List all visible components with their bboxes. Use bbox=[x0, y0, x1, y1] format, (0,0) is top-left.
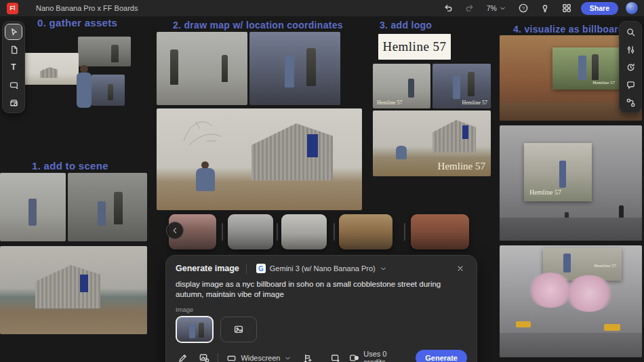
select-tool-button[interactable] bbox=[5, 24, 22, 39]
person-shape bbox=[285, 55, 294, 87]
monolith-shape bbox=[222, 55, 228, 82]
aspect-ratio-select[interactable]: Widescreen bbox=[225, 352, 293, 362]
logo-image-person-stone[interactable]: Hemline 57 bbox=[432, 64, 491, 108]
logo-image-foggy-house[interactable]: Hemline 57 bbox=[373, 64, 430, 108]
logo-card-text: Hemline 57 bbox=[382, 39, 446, 54]
house-shape bbox=[432, 120, 476, 153]
house-shape bbox=[251, 123, 333, 180]
chevron-down-icon bbox=[380, 265, 387, 273]
model-selector[interactable]: G Gemini 3 (w/ Nano Banana Pro) bbox=[254, 262, 390, 275]
billboard-logo-text: Hemline 57 bbox=[438, 161, 485, 172]
result-thumbnail[interactable] bbox=[281, 214, 327, 249]
apps-grid-icon bbox=[561, 3, 572, 14]
asset-image-person-cutout[interactable] bbox=[68, 64, 125, 108]
image-settings-button[interactable] bbox=[197, 351, 211, 362]
scene-image-person-fence[interactable] bbox=[0, 173, 66, 241]
taxi-shape bbox=[604, 324, 620, 331]
annotation-add-to-scene[interactable]: 1. add to scene bbox=[32, 160, 108, 172]
text-tool-icon: T bbox=[11, 62, 16, 72]
redo-button[interactable] bbox=[462, 1, 477, 15]
monolith-shape bbox=[111, 45, 119, 62]
person-shape bbox=[28, 199, 37, 226]
assets-tool-button[interactable] bbox=[5, 95, 22, 110]
map-image-person-stone-dusk[interactable] bbox=[249, 32, 340, 105]
user-avatar[interactable] bbox=[625, 1, 639, 15]
close-icon bbox=[456, 264, 464, 273]
scene-image-person-stone[interactable] bbox=[68, 173, 147, 241]
billboard-image-rainy-street[interactable]: Hemline 57 bbox=[500, 125, 642, 241]
prompt-input[interactable]: display image as a nyc billboard in soho… bbox=[176, 279, 467, 300]
apps-button[interactable] bbox=[559, 1, 574, 15]
logo-image-wide-scene[interactable]: Hemline 57 bbox=[373, 110, 491, 176]
help-button[interactable]: ? bbox=[516, 1, 531, 15]
street-shape bbox=[500, 333, 642, 357]
billboard-image-blossom-street[interactable]: Hemline 57 bbox=[500, 245, 642, 357]
search-icon bbox=[626, 27, 636, 37]
app-logo[interactable]: Fl bbox=[7, 3, 18, 14]
annotation-draw-map[interactable]: 2. draw map w/ location coordinates bbox=[173, 20, 343, 31]
monolith-shape bbox=[114, 192, 123, 224]
person-shape bbox=[98, 201, 106, 226]
monolith-shape bbox=[199, 323, 204, 338]
person-shape bbox=[189, 325, 195, 338]
add-reference-image-button[interactable] bbox=[220, 317, 257, 342]
whats-new-button[interactable] bbox=[538, 1, 552, 15]
filmstrip-divider bbox=[277, 223, 278, 241]
generate-panel-title: Generate image bbox=[176, 264, 239, 273]
aspect-ratio-label: Widescreen bbox=[241, 354, 280, 362]
generate-button[interactable]: Generate bbox=[416, 350, 467, 362]
workflows-button[interactable] bbox=[622, 95, 639, 110]
person-shape bbox=[559, 161, 566, 188]
blue-door-shape bbox=[462, 125, 468, 139]
footer-divider bbox=[218, 353, 218, 362]
person-body-shape bbox=[77, 73, 92, 108]
chevron-down-icon bbox=[284, 355, 291, 362]
undo-icon bbox=[443, 3, 454, 14]
billboard-logo-text: Hemline 57 bbox=[462, 100, 487, 106]
comments-button[interactable] bbox=[622, 77, 639, 92]
map-image-main-scene[interactable] bbox=[157, 108, 362, 210]
enhance-image-icon bbox=[330, 353, 340, 362]
model-selector-label: Gemini 3 (w/ Nano Banana Pro) bbox=[270, 264, 376, 273]
chevron-left-icon bbox=[171, 226, 179, 235]
share-button[interactable]: Share bbox=[581, 2, 618, 15]
result-thumbnail[interactable] bbox=[228, 214, 273, 249]
adjustments-button[interactable] bbox=[622, 42, 639, 57]
import-file-tool-button[interactable] bbox=[5, 42, 22, 57]
annotation-visualize-billboard[interactable]: 4. visualize as billboard bbox=[513, 24, 624, 35]
reference-image-thumbnail[interactable] bbox=[176, 316, 214, 343]
search-button[interactable] bbox=[622, 24, 639, 39]
logo-card[interactable]: Hemline 57 bbox=[378, 34, 451, 60]
text-tool-button[interactable]: T bbox=[5, 60, 22, 75]
result-thumbnail[interactable] bbox=[339, 214, 393, 249]
asset-image-foggy-barn[interactable] bbox=[78, 37, 131, 66]
blue-door-shape bbox=[80, 275, 88, 292]
gemini-g-icon: G bbox=[256, 264, 266, 273]
widescreen-frame-icon bbox=[226, 353, 237, 362]
shape-tool-button[interactable] bbox=[5, 77, 22, 92]
enhance-prompt-button[interactable] bbox=[328, 351, 342, 362]
annotation-add-logo[interactable]: 3. add logo bbox=[380, 20, 432, 31]
filmstrip-prev-button[interactable] bbox=[166, 222, 184, 239]
generate-panel-footer: Widescreen bbox=[176, 350, 467, 362]
close-panel-button[interactable] bbox=[454, 262, 467, 275]
result-thumbnail[interactable] bbox=[411, 214, 469, 249]
scene-image-corrugated-house[interactable] bbox=[0, 246, 147, 334]
credits-label: Uses 0 credits bbox=[363, 350, 409, 362]
generate-panel-header: Generate image G Gemini 3 (w/ Nano Banan… bbox=[176, 262, 467, 275]
person-shape bbox=[408, 79, 414, 98]
monolith-shape bbox=[468, 72, 475, 96]
right-toolbar bbox=[619, 21, 642, 113]
annotation-gather-assets[interactable]: 0. gather assets bbox=[37, 17, 117, 28]
history-button[interactable] bbox=[622, 60, 639, 75]
zoom-level-control[interactable]: 7% bbox=[484, 3, 509, 14]
file-import-icon bbox=[9, 45, 19, 55]
document-title[interactable]: Nano Banana Pro x FF Boards bbox=[36, 4, 138, 12]
undo-button[interactable] bbox=[441, 1, 456, 15]
generate-image-panel: Generate image G Gemini 3 (w/ Nano Banan… bbox=[165, 255, 477, 362]
style-reference-button[interactable] bbox=[300, 351, 314, 362]
pedestrian-shape bbox=[619, 205, 624, 219]
map-image-foggy-stones[interactable] bbox=[157, 32, 247, 105]
edit-prompt-button[interactable] bbox=[176, 351, 190, 362]
assets-box-icon bbox=[9, 98, 19, 108]
